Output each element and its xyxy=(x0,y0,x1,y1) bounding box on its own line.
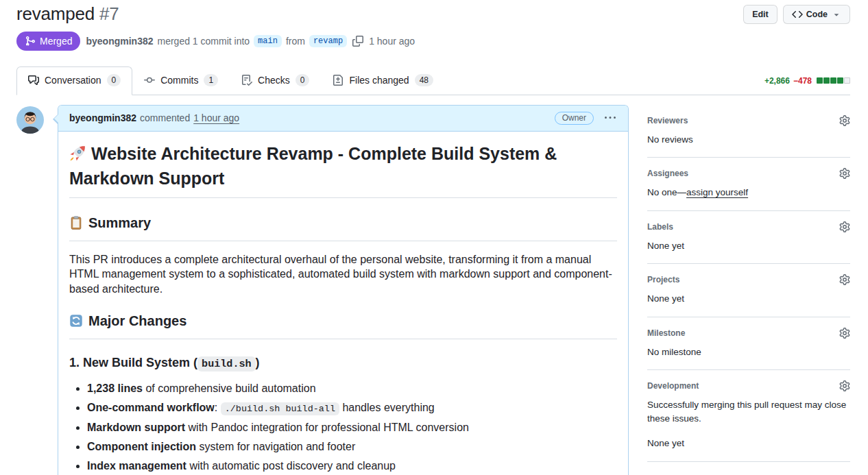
pr-page: revamped #7 Edit Code Merged byeongmin38… xyxy=(0,0,868,475)
markdown-h2-summary: Summary xyxy=(69,215,617,241)
projects-title: Projects xyxy=(647,275,679,284)
additions-count: +2,866 xyxy=(764,76,790,86)
comment-thread: byeongmin382 commented 1 hour ago Owner xyxy=(58,105,629,475)
merge-action-text: merged 1 commit into xyxy=(158,36,250,47)
pr-tab-nav: Conversation0 Commits1 Checks0 Files cha… xyxy=(16,66,850,95)
diffstat-block-neutral xyxy=(844,77,850,84)
owner-badge: Owner xyxy=(555,112,594,125)
tab-checks[interactable]: Checks0 xyxy=(230,66,321,95)
reviewers-empty-text: No reviews xyxy=(647,133,850,147)
tab-conversation[interactable]: Conversation0 xyxy=(16,66,132,95)
diffstat-block-added xyxy=(823,77,830,84)
commits-count: 1 xyxy=(204,74,218,86)
head-branch-label[interactable]: revamp xyxy=(309,35,347,47)
diffstat-block-added xyxy=(817,77,823,84)
checks-count: 0 xyxy=(296,74,310,86)
build-feature-list: 1,238 lines of comprehensive build autom… xyxy=(69,381,617,475)
conversation-count: 0 xyxy=(107,74,121,86)
gear-icon xyxy=(839,115,850,126)
milestone-empty-text: No milestone xyxy=(647,345,850,359)
labels-title: Labels xyxy=(647,222,673,232)
diffstat-block-added xyxy=(830,77,836,84)
avatar[interactable] xyxy=(16,106,44,134)
milestone-gear-button[interactable] xyxy=(839,328,850,339)
files-changed-count: 48 xyxy=(415,74,433,86)
pr-header: revamped #7 Edit Code xyxy=(16,0,850,25)
arrows-emoji-icon xyxy=(69,314,83,332)
pr-content: byeongmin382 commented 1 hour ago Owner xyxy=(16,105,850,475)
gear-icon xyxy=(839,274,850,285)
code-icon xyxy=(792,9,803,20)
assign-yourself-link[interactable]: assign yourself xyxy=(686,187,748,197)
comment: byeongmin382 commented 1 hour ago Owner xyxy=(58,105,629,475)
edit-button[interactable]: Edit xyxy=(743,5,777,24)
assignees-gear-button[interactable] xyxy=(839,168,850,179)
header-actions: Edit Code xyxy=(743,3,850,24)
inline-code: ./build.sh build-all xyxy=(221,402,339,415)
inline-code: build.sh xyxy=(197,356,256,372)
reviewers-gear-button[interactable] xyxy=(839,115,850,126)
comment-discussion-icon xyxy=(28,75,39,86)
base-branch-label[interactable]: main xyxy=(254,35,282,47)
list-item: Component injection system for navigatio… xyxy=(87,439,617,454)
pr-title-text: revamped xyxy=(16,3,95,24)
copy-icon xyxy=(352,36,363,47)
gear-icon xyxy=(839,221,850,232)
labels-empty-text: None yet xyxy=(647,239,850,253)
from-text: from xyxy=(286,36,305,47)
tab-commits[interactable]: Commits1 xyxy=(132,66,230,95)
tab-files-changed[interactable]: Files changed48 xyxy=(321,66,445,95)
diffstat-blocks xyxy=(816,77,850,84)
labels-gear-button[interactable] xyxy=(839,221,850,232)
sidebar-section-notifications: Notifications Customize xyxy=(647,462,850,475)
page-title: revamped #7 xyxy=(16,3,119,25)
development-gear-button[interactable] xyxy=(839,380,850,391)
comment-options-button[interactable] xyxy=(603,112,617,123)
sidebar-section-projects: Projects None yet xyxy=(647,264,850,317)
markdown-h1: Website Architecture Revamp - Complete B… xyxy=(69,143,617,199)
user-avatar-image xyxy=(16,106,44,134)
chevron-down-icon xyxy=(832,10,841,19)
sidebar-section-labels: Labels None yet xyxy=(647,211,850,265)
timeline: byeongmin382 commented 1 hour ago Owner xyxy=(16,105,629,475)
merged-time: 1 hour ago xyxy=(369,36,415,47)
kebab-horizontal-icon xyxy=(605,112,616,123)
gear-icon xyxy=(839,380,850,391)
pr-number: #7 xyxy=(99,3,119,24)
git-commit-icon xyxy=(144,75,155,86)
git-merge-icon xyxy=(25,36,36,47)
pr-status-row: Merged byeongmin382 merged 1 commit into… xyxy=(16,32,850,51)
comment-timestamp-link[interactable]: 1 hour ago xyxy=(193,112,239,123)
projects-gear-button[interactable] xyxy=(839,274,850,285)
gear-icon xyxy=(839,328,850,339)
development-title: Development xyxy=(647,381,699,391)
sidebar-section-milestone: Milestone No milestone xyxy=(647,317,850,371)
sidebar-section-reviewers: Reviewers No reviews xyxy=(647,105,850,158)
development-note: Successfully merging this pull request m… xyxy=(647,398,850,425)
comment-action-text: commented xyxy=(140,112,190,123)
author-link[interactable]: byeongmin382 xyxy=(86,36,153,47)
tab-list: Conversation0 Commits1 Checks0 Files cha… xyxy=(16,66,445,95)
summary-paragraph: This PR introduces a complete architectu… xyxy=(69,252,617,296)
diffstat-block-added xyxy=(837,77,843,84)
pr-sidebar: Reviewers No reviews Assignees No one—as… xyxy=(647,105,850,475)
development-empty-text: None yet xyxy=(647,437,850,450)
gear-icon xyxy=(839,168,850,179)
list-item: One-command workflow: ./build.sh build-a… xyxy=(87,400,617,415)
assignees-title: Assignees xyxy=(647,169,688,178)
copy-branch-button[interactable] xyxy=(351,36,365,47)
list-item: Markdown support with Pandoc integration… xyxy=(87,420,617,435)
rocket-emoji-icon xyxy=(69,145,86,168)
markdown-h3-build-system: 1. New Build System (build.sh) xyxy=(69,356,617,370)
comment-author-link[interactable]: byeongmin382 xyxy=(69,112,136,123)
milestone-title: Milestone xyxy=(647,328,685,338)
deletions-count: −478 xyxy=(793,76,812,86)
merged-status-badge: Merged xyxy=(16,32,80,51)
code-button[interactable]: Code xyxy=(783,5,850,24)
merge-summary: byeongmin382 merged 1 commit into main f… xyxy=(86,35,415,47)
projects-empty-text: None yet xyxy=(647,292,850,306)
comment-header-actions: Owner xyxy=(555,112,617,125)
diffstat: +2,866 −478 xyxy=(764,76,850,95)
sidebar-section-assignees: Assignees No one—assign yourself xyxy=(647,158,850,211)
comment-body: Website Architecture Revamp - Complete B… xyxy=(58,132,628,475)
